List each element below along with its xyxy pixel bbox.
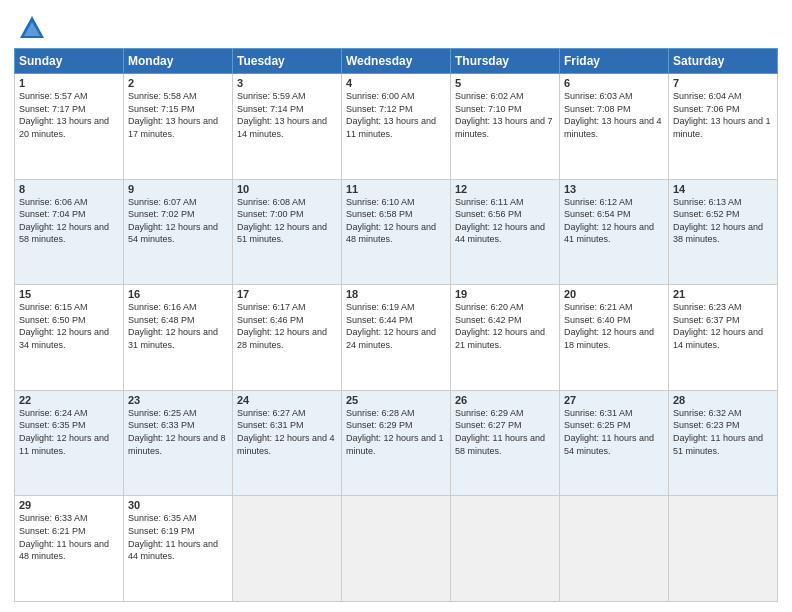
calendar-cell: 23 Sunrise: 6:25 AM Sunset: 6:33 PM Dayl… [124, 390, 233, 496]
day-number: 27 [564, 394, 664, 406]
calendar-cell: 26 Sunrise: 6:29 AM Sunset: 6:27 PM Dayl… [451, 390, 560, 496]
day-info: Sunrise: 6:31 AM Sunset: 6:25 PM Dayligh… [564, 407, 664, 457]
day-number: 11 [346, 183, 446, 195]
day-number: 18 [346, 288, 446, 300]
calendar-header-row: Sunday Monday Tuesday Wednesday Thursday… [15, 49, 778, 74]
day-info: Sunrise: 6:11 AM Sunset: 6:56 PM Dayligh… [455, 196, 555, 246]
calendar-cell: 17 Sunrise: 6:17 AM Sunset: 6:46 PM Dayl… [233, 285, 342, 391]
day-info: Sunrise: 6:27 AM Sunset: 6:31 PM Dayligh… [237, 407, 337, 457]
day-info: Sunrise: 6:20 AM Sunset: 6:42 PM Dayligh… [455, 301, 555, 351]
calendar-cell: 27 Sunrise: 6:31 AM Sunset: 6:25 PM Dayl… [560, 390, 669, 496]
calendar-cell [560, 496, 669, 602]
calendar-cell: 21 Sunrise: 6:23 AM Sunset: 6:37 PM Dayl… [669, 285, 778, 391]
calendar-week-row: 15 Sunrise: 6:15 AM Sunset: 6:50 PM Dayl… [15, 285, 778, 391]
calendar-cell: 2 Sunrise: 5:58 AM Sunset: 7:15 PM Dayli… [124, 74, 233, 180]
calendar-week-row: 1 Sunrise: 5:57 AM Sunset: 7:17 PM Dayli… [15, 74, 778, 180]
day-info: Sunrise: 6:10 AM Sunset: 6:58 PM Dayligh… [346, 196, 446, 246]
calendar-cell: 12 Sunrise: 6:11 AM Sunset: 6:56 PM Dayl… [451, 179, 560, 285]
day-info: Sunrise: 5:58 AM Sunset: 7:15 PM Dayligh… [128, 90, 228, 140]
col-thursday: Thursday [451, 49, 560, 74]
calendar-cell: 5 Sunrise: 6:02 AM Sunset: 7:10 PM Dayli… [451, 74, 560, 180]
day-info: Sunrise: 6:19 AM Sunset: 6:44 PM Dayligh… [346, 301, 446, 351]
day-info: Sunrise: 6:15 AM Sunset: 6:50 PM Dayligh… [19, 301, 119, 351]
day-number: 25 [346, 394, 446, 406]
calendar-cell: 15 Sunrise: 6:15 AM Sunset: 6:50 PM Dayl… [15, 285, 124, 391]
day-number: 12 [455, 183, 555, 195]
day-number: 3 [237, 77, 337, 89]
col-wednesday: Wednesday [342, 49, 451, 74]
day-info: Sunrise: 6:33 AM Sunset: 6:21 PM Dayligh… [19, 512, 119, 562]
calendar-cell: 16 Sunrise: 6:16 AM Sunset: 6:48 PM Dayl… [124, 285, 233, 391]
calendar-cell [669, 496, 778, 602]
calendar-cell: 13 Sunrise: 6:12 AM Sunset: 6:54 PM Dayl… [560, 179, 669, 285]
day-info: Sunrise: 6:24 AM Sunset: 6:35 PM Dayligh… [19, 407, 119, 457]
day-number: 16 [128, 288, 228, 300]
day-number: 21 [673, 288, 773, 300]
logo-icon [18, 14, 46, 42]
day-number: 2 [128, 77, 228, 89]
calendar-week-row: 29 Sunrise: 6:33 AM Sunset: 6:21 PM Dayl… [15, 496, 778, 602]
day-info: Sunrise: 6:12 AM Sunset: 6:54 PM Dayligh… [564, 196, 664, 246]
calendar-cell: 7 Sunrise: 6:04 AM Sunset: 7:06 PM Dayli… [669, 74, 778, 180]
day-info: Sunrise: 6:04 AM Sunset: 7:06 PM Dayligh… [673, 90, 773, 140]
day-info: Sunrise: 6:32 AM Sunset: 6:23 PM Dayligh… [673, 407, 773, 457]
day-info: Sunrise: 6:07 AM Sunset: 7:02 PM Dayligh… [128, 196, 228, 246]
day-number: 8 [19, 183, 119, 195]
calendar-cell: 4 Sunrise: 6:00 AM Sunset: 7:12 PM Dayli… [342, 74, 451, 180]
calendar-week-row: 22 Sunrise: 6:24 AM Sunset: 6:35 PM Dayl… [15, 390, 778, 496]
day-info: Sunrise: 5:57 AM Sunset: 7:17 PM Dayligh… [19, 90, 119, 140]
calendar-cell: 14 Sunrise: 6:13 AM Sunset: 6:52 PM Dayl… [669, 179, 778, 285]
calendar-cell: 18 Sunrise: 6:19 AM Sunset: 6:44 PM Dayl… [342, 285, 451, 391]
day-number: 14 [673, 183, 773, 195]
calendar-cell: 19 Sunrise: 6:20 AM Sunset: 6:42 PM Dayl… [451, 285, 560, 391]
calendar-cell: 30 Sunrise: 6:35 AM Sunset: 6:19 PM Dayl… [124, 496, 233, 602]
calendar-cell: 9 Sunrise: 6:07 AM Sunset: 7:02 PM Dayli… [124, 179, 233, 285]
day-info: Sunrise: 6:16 AM Sunset: 6:48 PM Dayligh… [128, 301, 228, 351]
calendar-cell: 22 Sunrise: 6:24 AM Sunset: 6:35 PM Dayl… [15, 390, 124, 496]
day-number: 13 [564, 183, 664, 195]
day-info: Sunrise: 6:21 AM Sunset: 6:40 PM Dayligh… [564, 301, 664, 351]
day-number: 1 [19, 77, 119, 89]
calendar-week-row: 8 Sunrise: 6:06 AM Sunset: 7:04 PM Dayli… [15, 179, 778, 285]
day-number: 9 [128, 183, 228, 195]
day-info: Sunrise: 6:03 AM Sunset: 7:08 PM Dayligh… [564, 90, 664, 140]
day-info: Sunrise: 6:29 AM Sunset: 6:27 PM Dayligh… [455, 407, 555, 457]
day-info: Sunrise: 6:06 AM Sunset: 7:04 PM Dayligh… [19, 196, 119, 246]
day-number: 15 [19, 288, 119, 300]
day-info: Sunrise: 6:02 AM Sunset: 7:10 PM Dayligh… [455, 90, 555, 140]
day-number: 10 [237, 183, 337, 195]
page: Sunday Monday Tuesday Wednesday Thursday… [0, 0, 792, 612]
header [14, 10, 778, 42]
day-info: Sunrise: 6:35 AM Sunset: 6:19 PM Dayligh… [128, 512, 228, 562]
day-number: 5 [455, 77, 555, 89]
logo-area [14, 14, 46, 42]
col-tuesday: Tuesday [233, 49, 342, 74]
calendar-cell: 8 Sunrise: 6:06 AM Sunset: 7:04 PM Dayli… [15, 179, 124, 285]
day-info: Sunrise: 6:08 AM Sunset: 7:00 PM Dayligh… [237, 196, 337, 246]
col-sunday: Sunday [15, 49, 124, 74]
day-info: Sunrise: 6:28 AM Sunset: 6:29 PM Dayligh… [346, 407, 446, 457]
calendar-cell: 11 Sunrise: 6:10 AM Sunset: 6:58 PM Dayl… [342, 179, 451, 285]
calendar-cell: 24 Sunrise: 6:27 AM Sunset: 6:31 PM Dayl… [233, 390, 342, 496]
day-number: 6 [564, 77, 664, 89]
day-number: 23 [128, 394, 228, 406]
calendar-cell: 1 Sunrise: 5:57 AM Sunset: 7:17 PM Dayli… [15, 74, 124, 180]
calendar-table: Sunday Monday Tuesday Wednesday Thursday… [14, 48, 778, 602]
calendar-cell: 25 Sunrise: 6:28 AM Sunset: 6:29 PM Dayl… [342, 390, 451, 496]
calendar-cell: 6 Sunrise: 6:03 AM Sunset: 7:08 PM Dayli… [560, 74, 669, 180]
day-number: 30 [128, 499, 228, 511]
calendar-cell: 29 Sunrise: 6:33 AM Sunset: 6:21 PM Dayl… [15, 496, 124, 602]
day-number: 24 [237, 394, 337, 406]
day-info: Sunrise: 6:25 AM Sunset: 6:33 PM Dayligh… [128, 407, 228, 457]
calendar-cell [233, 496, 342, 602]
day-number: 7 [673, 77, 773, 89]
day-number: 29 [19, 499, 119, 511]
day-number: 22 [19, 394, 119, 406]
day-number: 20 [564, 288, 664, 300]
day-number: 17 [237, 288, 337, 300]
calendar-cell: 28 Sunrise: 6:32 AM Sunset: 6:23 PM Dayl… [669, 390, 778, 496]
calendar-cell: 3 Sunrise: 5:59 AM Sunset: 7:14 PM Dayli… [233, 74, 342, 180]
day-number: 28 [673, 394, 773, 406]
day-number: 4 [346, 77, 446, 89]
col-friday: Friday [560, 49, 669, 74]
